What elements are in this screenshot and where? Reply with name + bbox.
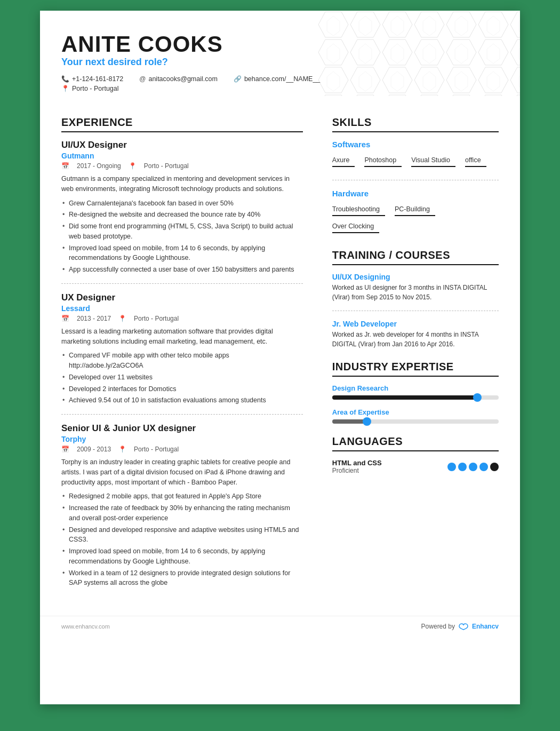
language-item-1: HTML and CSS Proficient xyxy=(332,459,499,474)
expertise-item-2: Area of Expertise xyxy=(332,408,499,424)
job-2-meta: 📅 2013 - 2017 📍 Porto - Portugal xyxy=(61,315,303,322)
skill-office: office xyxy=(465,154,486,167)
job-1-meta: 📅 2017 - Ongoing 📍 Porto - Portugal xyxy=(61,162,303,170)
job-1: UI/UX Designer Gutmann 📅 2017 - Ongoing … xyxy=(61,140,303,275)
job-3-desc: Torphy is an industry leader in creating… xyxy=(61,457,303,487)
phone-text: +1-124-161-8172 xyxy=(72,75,123,83)
lang-dot-5 xyxy=(490,463,499,471)
calendar-icon-3: 📅 xyxy=(61,446,69,453)
job-1-title: UI/UX Designer xyxy=(61,140,303,150)
email-icon: @ xyxy=(139,75,146,83)
location-contact: 📍 Porto - Portugal xyxy=(61,85,119,92)
powered-by-text: Powered by xyxy=(421,623,455,630)
skill-pcbuilding: PC-Building xyxy=(395,203,435,216)
resume-page: ANITE COOKS Your next desired role? 📞 +1… xyxy=(40,11,520,704)
svg-rect-2 xyxy=(317,11,520,96)
phone-contact: 📞 +1-124-161-8172 xyxy=(61,75,123,83)
skills-title: SKILLS xyxy=(332,116,499,132)
job-3-bullet-5: Worked in a team of 12 designers to prov… xyxy=(61,568,303,589)
experience-section: EXPERIENCE UI/UX Designer Gutmann 📅 2017… xyxy=(61,116,303,588)
lang-dot-4 xyxy=(479,463,488,471)
job-2-title: UX Designer xyxy=(61,292,303,303)
course-2-title: Jr. Web Developer xyxy=(332,320,499,328)
language-row-1: HTML and CSS Proficient xyxy=(332,459,499,474)
expertise-title: INDUSTRY EXPERTISE xyxy=(332,361,499,377)
job-1-bullet-5: App successfully connected a user base o… xyxy=(61,265,303,275)
software-tags: Axure Photoshop Visual Studio office xyxy=(332,154,499,171)
job-1-bullet-4: Improved load speed on mobile, from 14 t… xyxy=(61,243,303,264)
job-2-bullets: Compared VF mobile app with other telco … xyxy=(61,351,303,406)
skill-troubleshooting: Troubleshooting xyxy=(332,203,385,216)
expertise-item-1: Design Research xyxy=(332,384,499,400)
enhancv-heart-icon xyxy=(458,623,469,630)
progress-fill-1 xyxy=(332,395,479,400)
job-2-location: Porto - Portugal xyxy=(134,315,179,322)
job-2-bullet-1: Compared VF mobile app with other telco … xyxy=(61,351,303,371)
right-column: SKILLS Softwares Axure Photoshop Visual … xyxy=(322,116,499,600)
languages-section: LANGUAGES HTML and CSS Proficient xyxy=(332,435,499,474)
job-2-bullet-3: Developed 2 interfaces for Domotics xyxy=(61,384,303,394)
progress-bar-2 xyxy=(332,419,499,424)
job-1-bullets: Grew Carnalentejanа's facebook fan based… xyxy=(61,198,303,275)
job-3-location: Porto - Portugal xyxy=(134,446,179,453)
job-1-bullet-1: Grew Carnalentejanа's facebook fan based… xyxy=(61,198,303,209)
email-text: anitacooks@gmail.com xyxy=(148,75,217,83)
training-divider xyxy=(332,311,499,311)
job-2-dates: 2013 - 2017 xyxy=(77,315,111,322)
job-2-company: Lessard xyxy=(61,304,303,313)
skills-section: SKILLS Softwares Axure Photoshop Visual … xyxy=(332,116,499,237)
lang-dot-2 xyxy=(458,463,467,471)
website-text: behance.com/__NAME__ xyxy=(244,75,320,83)
location-icon-3: 📍 xyxy=(118,446,126,453)
job-3-dates: 2009 - 2013 xyxy=(77,446,111,453)
job-3: Senior UI & Junior UX designer Torphy 📅 … xyxy=(61,423,303,588)
course-1-desc: Worked as UI designer for 3 months in IN… xyxy=(332,283,499,302)
location-icon-1: 📍 xyxy=(129,162,137,170)
job-3-bullet-1: Redesigned 2 mobile apps, that got featu… xyxy=(61,491,303,502)
job-1-bullet-3: Did some front end programming (HTML 5, … xyxy=(61,221,303,242)
course-2: Jr. Web Developer Worked as Jr. web deve… xyxy=(332,320,499,349)
job-2: UX Designer Lessard 📅 2013 - 2017 📍 Port… xyxy=(61,292,303,406)
skill-axure: Axure xyxy=(332,154,355,167)
job-1-location: Porto - Portugal xyxy=(144,162,189,170)
powered-by: Powered by Enhancv xyxy=(421,623,499,630)
phone-icon: 📞 xyxy=(61,75,69,83)
job-2-bullet-4: Achieved 9.54 out of 10 in satisfaction … xyxy=(61,395,303,406)
training-title: TRAINING / COURSES xyxy=(332,249,499,265)
brand-name: Enhancv xyxy=(472,623,499,630)
footer: www.enhancv.com Powered by Enhancv xyxy=(40,616,520,637)
website-icon: 🔗 xyxy=(234,75,242,83)
language-dots-1 xyxy=(447,463,499,471)
job-3-title: Senior UI & Junior UX designer xyxy=(61,423,303,434)
course-1-title: UI/UX Designing xyxy=(332,273,499,281)
experience-title: EXPERIENCE xyxy=(61,116,303,132)
footer-website: www.enhancv.com xyxy=(61,623,110,630)
job-3-meta: 📅 2009 - 2013 📍 Porto - Portugal xyxy=(61,446,303,453)
location-text: Porto - Portugal xyxy=(72,85,119,92)
calendar-icon-1: 📅 xyxy=(61,162,69,170)
softwares-label: Softwares xyxy=(332,140,499,149)
website-contact: 🔗 behance.com/__NAME__ xyxy=(234,75,320,83)
job-2-bullet-2: Developed over 11 websites xyxy=(61,372,303,383)
geo-pattern-svg xyxy=(317,11,520,96)
job-1-bullet-2: Re-designed the website and decreased th… xyxy=(61,210,303,220)
expertise-label-1: Design Research xyxy=(332,384,499,392)
expertise-section: INDUSTRY EXPERTISE Design Research Area … xyxy=(332,361,499,424)
left-column: EXPERIENCE UI/UX Designer Gutmann 📅 2017… xyxy=(61,116,322,600)
job-3-company: Torphy xyxy=(61,435,303,443)
progress-bar-1 xyxy=(332,395,499,400)
lang-dot-3 xyxy=(469,463,477,471)
skills-divider xyxy=(332,180,499,180)
progress-fill-2 xyxy=(332,419,369,424)
language-info-1: HTML and CSS Proficient xyxy=(332,459,382,474)
job-3-bullet-4: Improved load speed on mobile, from 14 t… xyxy=(61,546,303,567)
hardware-tags: Troubleshooting PC-Building Over Clockin… xyxy=(332,203,499,237)
course-2-desc: Worked as Jr. web developer for 4 months… xyxy=(332,330,499,349)
hardware-label: Hardware xyxy=(332,189,499,198)
languages-title: LANGUAGES xyxy=(332,435,499,451)
calendar-icon-2: 📅 xyxy=(61,315,69,322)
location-icon-2: 📍 xyxy=(118,315,126,322)
job-3-bullet-3: Designed and developed responsive and ad… xyxy=(61,525,303,545)
job-3-bullet-2: Increased the rate of feedback by 30% by… xyxy=(61,503,303,523)
language-level-1: Proficient xyxy=(332,467,382,474)
